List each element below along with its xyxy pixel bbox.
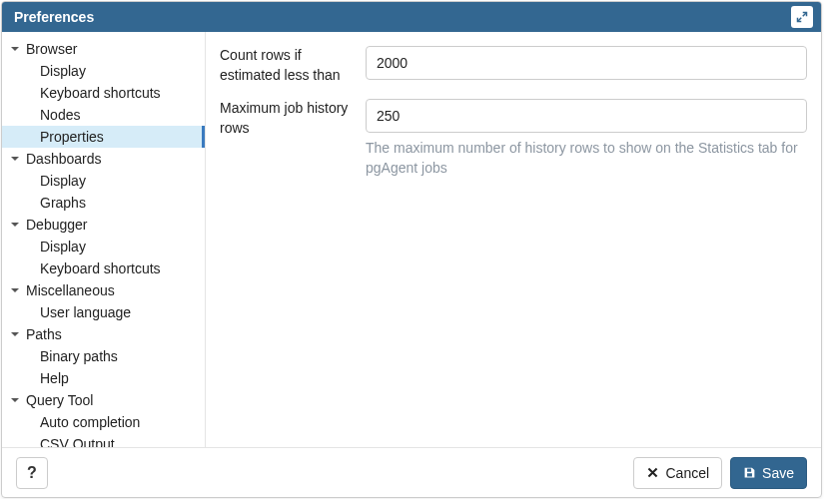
preferences-dialog: Preferences BrowserDisplayKeyboard short…: [1, 1, 822, 498]
footer-actions: Cancel Save: [633, 457, 807, 489]
chevron-down-icon: [8, 220, 22, 230]
input-max-history[interactable]: [366, 99, 807, 133]
help-max-history: The maximum number of history rows to sh…: [366, 139, 807, 178]
tree-item[interactable]: User language: [2, 301, 205, 323]
cancel-label: Cancel: [665, 465, 709, 481]
tree-item[interactable]: Help: [2, 367, 205, 389]
label-max-history: Maximum job history rows: [220, 99, 366, 138]
chevron-down-icon: [8, 285, 22, 295]
save-label: Save: [762, 465, 794, 481]
titlebar-actions: [791, 6, 813, 28]
chevron-down-icon: [8, 395, 22, 405]
tree-item[interactable]: Display: [2, 170, 205, 192]
save-button[interactable]: Save: [730, 457, 807, 489]
tree-item[interactable]: CSV Output: [2, 433, 205, 447]
sidebar-tree[interactable]: BrowserDisplayKeyboard shortcutsNodesPro…: [2, 32, 205, 447]
tree-category[interactable]: Browser: [2, 38, 205, 60]
tree-item[interactable]: Keyboard shortcuts: [2, 257, 205, 279]
dialog-body: BrowserDisplayKeyboard shortcutsNodesPro…: [2, 32, 821, 447]
tree-category[interactable]: Debugger: [2, 214, 205, 236]
tree-category-label: Dashboards: [26, 151, 102, 167]
tree-item[interactable]: Display: [2, 60, 205, 82]
dialog-footer: ? Cancel Save: [2, 447, 821, 497]
content-pane: Count rows if estimated less than Maximu…: [206, 32, 821, 447]
dialog-titlebar: Preferences: [2, 2, 821, 32]
tree-category-label: Query Tool: [26, 392, 93, 408]
help-button[interactable]: ?: [16, 457, 48, 489]
row-max-history: Maximum job history rows The maximum num…: [220, 99, 807, 178]
tree-category-label: Browser: [26, 41, 77, 57]
cancel-button[interactable]: Cancel: [633, 457, 722, 489]
tree-category-label: Paths: [26, 326, 62, 342]
dialog-title: Preferences: [14, 9, 94, 25]
chevron-down-icon: [8, 44, 22, 54]
tree-category-label: Debugger: [26, 217, 88, 233]
tree-category[interactable]: Paths: [2, 323, 205, 345]
sidebar: BrowserDisplayKeyboard shortcutsNodesPro…: [2, 32, 206, 447]
tree-item[interactable]: Nodes: [2, 104, 205, 126]
label-count-rows: Count rows if estimated less than: [220, 46, 366, 85]
chevron-down-icon: [8, 154, 22, 164]
close-icon: [646, 466, 659, 479]
tree-item[interactable]: Auto completion: [2, 411, 205, 433]
tree-item[interactable]: Properties: [2, 126, 205, 148]
field-count-rows: [366, 46, 807, 80]
tree-category-label: Miscellaneous: [26, 282, 115, 298]
tree-category[interactable]: Miscellaneous: [2, 279, 205, 301]
field-max-history: The maximum number of history rows to sh…: [366, 99, 807, 178]
input-count-rows[interactable]: [366, 46, 807, 80]
tree-category[interactable]: Query Tool: [2, 389, 205, 411]
save-icon: [743, 466, 756, 479]
chevron-down-icon: [8, 329, 22, 339]
tree-item[interactable]: Binary paths: [2, 345, 205, 367]
tree-item[interactable]: Graphs: [2, 192, 205, 214]
row-count-rows: Count rows if estimated less than: [220, 46, 807, 85]
tree-item[interactable]: Keyboard shortcuts: [2, 82, 205, 104]
expand-icon[interactable]: [791, 6, 813, 28]
tree-category[interactable]: Dashboards: [2, 148, 205, 170]
tree-item[interactable]: Display: [2, 236, 205, 257]
